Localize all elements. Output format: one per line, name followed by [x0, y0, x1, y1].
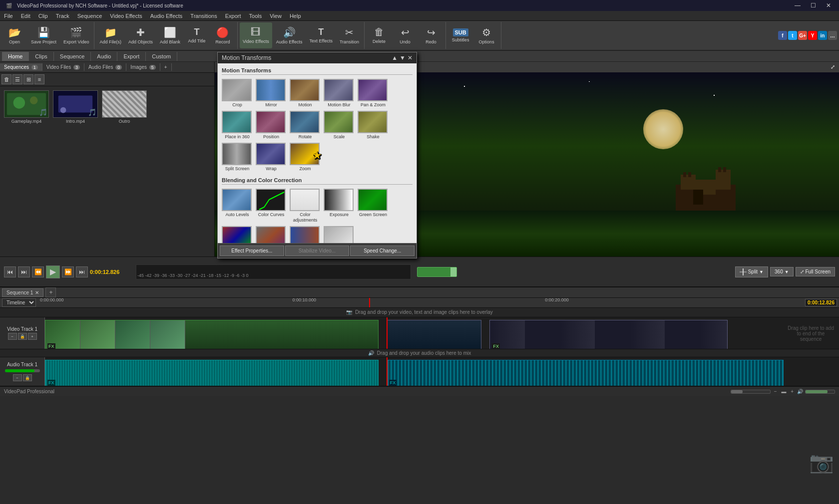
youtube-icon[interactable]: Y — [808, 31, 817, 40]
video-clip-3[interactable]: FX — [489, 320, 728, 349]
video-add-button[interactable]: + — [28, 333, 37, 340]
go-to-start-button[interactable]: ⏮ — [4, 266, 16, 277]
tab-home[interactable]: Home — [2, 52, 29, 61]
facebook-icon[interactable]: f — [778, 31, 787, 40]
horizontal-scrollbar[interactable] — [731, 390, 771, 394]
googleplus-icon[interactable]: G+ — [798, 31, 807, 40]
undo-button[interactable]: ↩Undo — [393, 22, 418, 48]
linkedin-icon[interactable]: in — [818, 31, 827, 40]
redo-button[interactable]: ↪Redo — [419, 22, 443, 48]
audio-mute-button[interactable]: − — [13, 374, 22, 381]
video-clip-2[interactable] — [387, 320, 482, 349]
effect-saturation[interactable]: ★Saturation — [256, 226, 287, 243]
subtitles-button[interactable]: SUBSubtitles — [448, 22, 473, 48]
effect-position[interactable]: ★Position — [256, 111, 287, 140]
options-button[interactable]: ⚙Options — [474, 22, 499, 48]
stabilize-video-button[interactable]: Stabilize Video... — [285, 246, 350, 256]
images-tab[interactable]: Images 5 — [126, 63, 160, 71]
fast-forward-button[interactable]: ⏩ — [62, 266, 74, 277]
record-button[interactable]: 🔴Record — [210, 22, 235, 48]
add-files-tab[interactable]: + — [160, 63, 172, 71]
audio-clip-1[interactable]: FX — [45, 360, 379, 386]
effect-rotate[interactable]: ★Rotate — [290, 111, 321, 140]
add-title-button[interactable]: TAdd Title — [184, 22, 209, 48]
effect-hue[interactable]: ★Hue — [222, 226, 253, 243]
open-button[interactable]: 📂Open — [2, 22, 27, 48]
split-button[interactable]: Split ▼ — [735, 266, 768, 277]
files-list-view-button[interactable]: ☰ — [12, 74, 22, 84]
add-objects-button[interactable]: ✚Add Objects — [125, 22, 156, 48]
prev-frame-button[interactable]: ⏭ — [18, 266, 30, 277]
file-thumb-outro[interactable]: Outro — [102, 90, 147, 124]
sequences-tab[interactable]: Sequences 1 — [0, 63, 42, 71]
tab-export[interactable]: Export — [117, 52, 146, 61]
fullscreen-button[interactable]: ⤢ Full Screen — [796, 267, 835, 276]
zoom-out-button[interactable]: − — [773, 389, 779, 394]
menu-item-edit[interactable]: Edit — [17, 12, 34, 20]
effects-scroll-down[interactable]: ▼ — [400, 54, 406, 61]
menu-item-video effects[interactable]: Video Effects — [106, 12, 146, 20]
files-options-button[interactable]: ≡ — [34, 74, 44, 84]
split-dropdown-icon[interactable]: ▼ — [759, 269, 764, 274]
effect-crop[interactable]: ★Crop — [222, 79, 253, 108]
video-clip-1[interactable]: FX — [45, 320, 379, 349]
effect-colorcurves[interactable]: Color Curves — [256, 189, 287, 223]
text-effects-button[interactable]: TText Effects — [307, 22, 336, 48]
audio-lock-button[interactable]: 🔒 — [23, 374, 32, 381]
effect-motion[interactable]: ★Motion — [290, 79, 321, 108]
menu-item-view[interactable]: View — [266, 12, 286, 20]
minimize-button[interactable]: — — [791, 1, 805, 10]
save-project-button[interactable]: 💾Save Project — [28, 22, 59, 48]
add-sequence-tab[interactable]: + — [45, 287, 56, 297]
effect-greenscreen[interactable]: ★Green Screen — [358, 189, 389, 223]
audio-effects-button[interactable]: 🔊Audio Effects — [273, 22, 306, 48]
video-mute-button[interactable]: − — [8, 333, 17, 340]
more-social-icon[interactable]: … — [828, 31, 837, 40]
effect-mirror[interactable]: ★Mirror — [256, 79, 287, 108]
seq-tab-close[interactable]: ✕ — [35, 290, 39, 295]
add-files-button[interactable]: 📁Add File(s) — [96, 22, 124, 48]
menu-item-audio effects[interactable]: Audio Effects — [146, 12, 187, 20]
rewind-button[interactable]: ⏪ — [32, 266, 44, 277]
volume-bar[interactable] — [805, 390, 835, 394]
effect-autolevels[interactable]: ★Auto Levels — [222, 189, 253, 223]
video-lock-button[interactable]: 🔒 — [18, 333, 27, 340]
effect-transparency[interactable]: ★Transparency — [324, 226, 355, 243]
tab-sequence[interactable]: Sequence — [54, 52, 91, 61]
file-thumb-gameplay[interactable]: 🎵 Gameplay.mp4 — [4, 90, 49, 124]
effect-splitscreen[interactable]: ★Split Screen — [222, 143, 253, 172]
tab-custom[interactable]: Custom — [146, 52, 177, 61]
delete-button[interactable]: 🗑Delete — [367, 22, 392, 48]
effect-panzoom[interactable]: ★Pan & Zoom — [358, 79, 389, 108]
menu-item-sequence[interactable]: Sequence — [73, 12, 106, 20]
menu-item-clip[interactable]: Clip — [34, 12, 52, 20]
tab-clips[interactable]: Clips — [29, 52, 53, 61]
effect-wrap[interactable]: ★Wrap — [256, 143, 287, 172]
effect-properties-button[interactable]: Effect Properties... — [220, 246, 284, 256]
audio-clip-2[interactable]: FX — [387, 360, 784, 386]
file-thumb-intro[interactable]: 🎵 Intro.mp4 — [53, 90, 98, 124]
timeline-view-dropdown[interactable]: Timeline — [2, 298, 36, 307]
add-blank-button[interactable]: ⬜Add Blank — [157, 22, 183, 48]
menu-item-help[interactable]: Help — [286, 12, 305, 20]
go-to-end-button[interactable]: ⏭ — [76, 266, 88, 277]
zoom-in-button[interactable]: + — [789, 389, 795, 394]
menu-item-export[interactable]: Export — [221, 12, 245, 20]
volume-slider[interactable] — [5, 369, 40, 372]
360-button[interactable]: 360 ▼ — [770, 267, 794, 276]
files-grid-view-button[interactable]: ⊞ — [23, 74, 33, 84]
effect-placein360[interactable]: ★Place in 360 — [222, 111, 253, 140]
video-effects-button[interactable]: 🎞Video Effects — [240, 22, 272, 48]
effects-scroll-up[interactable]: ▲ — [392, 54, 398, 61]
tab-audio[interactable]: Audio — [91, 52, 117, 61]
menu-item-file[interactable]: File — [0, 12, 17, 20]
zoom-slider[interactable]: ▬ — [780, 389, 788, 394]
sequence-tab-1[interactable]: Sequence 1 ✕ — [2, 288, 43, 297]
effect-shake[interactable]: ★Shake — [358, 111, 389, 140]
transition-button[interactable]: ✂Transition — [337, 22, 362, 48]
menu-item-track[interactable]: Track — [52, 12, 73, 20]
maximize-button[interactable]: ☐ — [807, 1, 820, 10]
menu-item-tools[interactable]: Tools — [245, 12, 266, 20]
effect-exposure[interactable]: ★Exposure — [324, 189, 355, 223]
effect-coloradj[interactable]: ★Color adjustments — [290, 189, 321, 223]
